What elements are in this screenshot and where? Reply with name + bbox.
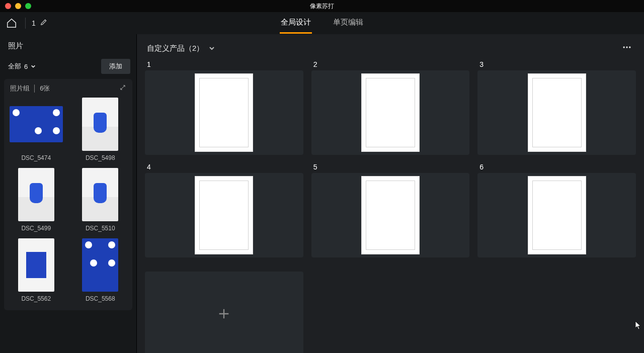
tab-global-design[interactable]: 全局设计: [280, 13, 312, 34]
page-paper: [528, 176, 586, 254]
toolbar: 1 全局设计 单页编辑: [0, 12, 644, 34]
titlebar: 像素苏打: [0, 0, 644, 12]
sidebar-title: 照片: [4, 41, 132, 56]
svg-point-1: [626, 46, 627, 48]
product-dropdown-label: 自定义产品（2）: [147, 44, 204, 53]
photo-thumbnail[interactable]: DSC_5562: [8, 238, 64, 302]
thumbnail-frame: [9, 97, 63, 151]
thumbnail-caption: DSC_5562: [21, 295, 51, 302]
thumbnail-frame: [73, 238, 127, 292]
page-cell[interactable]: 4: [145, 163, 303, 257]
photo-filter-count: 6: [24, 63, 28, 70]
add-page-button[interactable]: [145, 272, 303, 353]
thumbnail-caption: DSC_5474: [21, 154, 51, 161]
toolbar-separator: [25, 18, 26, 29]
svg-point-2: [629, 46, 630, 48]
sidebar: 照片 全部 6 添加 照片组│6张 DSC_5474DSC_5498DSC_54…: [0, 34, 137, 353]
document-number: 1: [32, 19, 36, 27]
page-number: 3: [477, 60, 636, 70]
rename-button[interactable]: [40, 18, 48, 28]
main-header: 自定义产品（2）: [137, 34, 644, 58]
photo-thumbnail[interactable]: DSC_5474: [8, 97, 64, 161]
add-photos-button[interactable]: 添加: [101, 59, 130, 74]
page-slot: [477, 70, 636, 155]
page-paper: [195, 73, 253, 152]
photo-group-header: 照片组│6张: [8, 84, 128, 97]
page-row: 123456: [145, 60, 636, 257]
photo-thumbnail[interactable]: DSC_5498: [72, 97, 129, 161]
thumbnail-image: [10, 106, 63, 142]
thumbnail-image: [82, 98, 118, 151]
page-paper: [361, 73, 420, 152]
thumbnail-image: [18, 168, 54, 221]
page-paper: [195, 176, 253, 254]
page-slot: [145, 70, 303, 155]
page-number: 4: [145, 163, 303, 173]
page-cell[interactable]: 1: [145, 60, 303, 155]
thumbnail-caption: DSC_5499: [21, 225, 51, 232]
page-paper: [361, 176, 420, 254]
dots-horizontal-icon: [622, 42, 632, 52]
thumbnail-frame: [73, 167, 127, 222]
photo-thumbnail[interactable]: DSC_5499: [8, 167, 64, 232]
photo-group-label: 照片组│6张: [10, 84, 50, 93]
thumbnail-image: [82, 168, 118, 221]
thumbnail-caption: DSC_5510: [86, 225, 115, 232]
page-cell[interactable]: 6: [477, 163, 636, 257]
page-cell[interactable]: 3: [477, 60, 636, 155]
photo-thumbnail[interactable]: DSC_5510: [72, 167, 129, 232]
home-icon: [6, 18, 17, 29]
workspace: 照片 全部 6 添加 照片组│6张 DSC_5474DSC_5498DSC_54…: [0, 34, 644, 353]
thumbnail-image: [18, 238, 54, 292]
thumbnail-frame: [9, 238, 63, 292]
expand-group-button[interactable]: [119, 84, 126, 93]
page-paper: [528, 73, 586, 152]
svg-point-0: [623, 46, 625, 48]
pencil-icon: [40, 18, 48, 26]
main-area: 自定义产品（2） 123456: [137, 34, 644, 353]
page-cell[interactable]: 5: [311, 163, 470, 257]
page-number: 2: [311, 60, 470, 70]
photo-group-panel: 照片组│6张 DSC_5474DSC_5498DSC_5499DSC_5510D…: [4, 79, 132, 310]
photo-filter-label: 全部: [8, 62, 21, 71]
expand-diagonal-icon: [119, 84, 126, 91]
mode-tabs: 全局设计 单页编辑: [0, 13, 644, 34]
product-dropdown[interactable]: 自定义产品（2）: [147, 44, 215, 53]
page-cell[interactable]: 2: [311, 60, 470, 155]
home-button[interactable]: [4, 16, 19, 31]
page-slot: [477, 173, 636, 257]
page-slot: [311, 173, 470, 257]
thumbnail-image: [82, 238, 118, 292]
more-menu-button[interactable]: [622, 42, 632, 54]
page-grid: 123456: [137, 58, 644, 353]
sidebar-filter-row: 全部 6 添加: [4, 56, 132, 79]
plus-icon: [217, 307, 231, 321]
window-title: 像素苏打: [0, 2, 644, 11]
page-number: 6: [477, 163, 636, 173]
thumbnail-frame: [73, 97, 127, 151]
photo-filter-dropdown[interactable]: 全部 6: [8, 62, 36, 71]
photo-thumbnail-grid: DSC_5474DSC_5498DSC_5499DSC_5510DSC_5562…: [8, 97, 128, 302]
tab-single-page-edit[interactable]: 单页编辑: [332, 13, 364, 34]
chevron-down-icon: [31, 64, 36, 69]
photo-thumbnail[interactable]: DSC_5568: [72, 238, 129, 302]
page-number: 1: [145, 60, 303, 70]
thumbnail-caption: DSC_5498: [86, 154, 115, 161]
thumbnail-frame: [9, 167, 63, 222]
thumbnail-caption: DSC_5568: [86, 295, 115, 302]
chevron-down-icon: [209, 45, 215, 51]
page-slot: [311, 70, 470, 155]
page-slot: [145, 173, 303, 257]
page-number: 5: [311, 163, 470, 173]
